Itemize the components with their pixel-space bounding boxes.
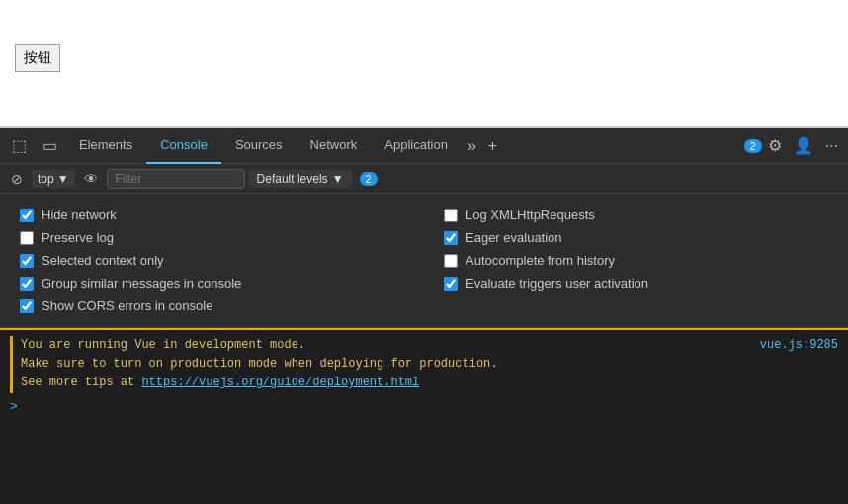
clear-console-button[interactable]: ⊘ xyxy=(6,169,28,189)
log-xhr-row: Log XMLHttpRequests xyxy=(444,208,828,222)
filter-input[interactable] xyxy=(107,169,245,189)
settings-col1: Hide network Preserve log Selected conte… xyxy=(20,208,404,313)
console-errors-badge: 2 xyxy=(360,172,378,186)
browser-viewport: 按钮 xyxy=(0,0,848,128)
devtools-panel: ⬚ ▭ Elements Console Sources Network App… xyxy=(0,128,848,504)
hide-network-row: Hide network xyxy=(20,208,404,222)
console-toolbar: ⊘ top ▼ 👁 Default levels ▼ 2 xyxy=(0,164,848,194)
preserve-log-row: Preserve log xyxy=(20,230,404,245)
preserve-log-label: Preserve log xyxy=(42,230,114,245)
context-arrow-icon: ▼ xyxy=(57,172,69,186)
settings-icon[interactable]: ⚙ xyxy=(762,136,788,155)
tabs-bar: ⬚ ▭ Elements Console Sources Network App… xyxy=(0,128,848,164)
more-options-icon[interactable]: ··· xyxy=(819,137,844,155)
errors-badge: 2 xyxy=(744,139,762,153)
add-tab-icon[interactable]: + xyxy=(482,137,503,155)
group-similar-row: Group similar messages in console xyxy=(20,276,404,291)
hide-network-label: Hide network xyxy=(42,208,117,222)
eager-eval-row: Eager evaluation xyxy=(444,230,828,245)
console-line3: See more tips at https://vuejs.org/guide… xyxy=(21,374,838,392)
settings-panel: Hide network Preserve log Selected conte… xyxy=(0,194,848,328)
levels-arrow-icon: ▼ xyxy=(332,172,344,186)
tab-elements[interactable]: Elements xyxy=(65,128,146,164)
eager-eval-checkbox[interactable] xyxy=(444,231,458,245)
selected-context-checkbox[interactable] xyxy=(20,254,34,268)
log-xhr-label: Log XMLHttpRequests xyxy=(466,208,595,222)
eager-eval-label: Eager evaluation xyxy=(466,230,562,245)
levels-label: Default levels xyxy=(257,172,328,186)
group-similar-checkbox[interactable] xyxy=(20,277,34,291)
tab-sources[interactable]: Sources xyxy=(221,128,297,164)
console-line3-prefix: See more tips at xyxy=(21,376,141,389)
cors-errors-row: Show CORS errors in console xyxy=(20,298,404,313)
cors-errors-checkbox[interactable] xyxy=(20,299,34,313)
more-tabs-icon[interactable]: » xyxy=(462,137,482,155)
context-label: top xyxy=(38,172,54,186)
cn-button[interactable]: 按钮 xyxy=(15,44,60,72)
preserve-log-checkbox[interactable] xyxy=(20,231,34,245)
log-levels-button[interactable]: Default levels ▼ xyxy=(249,170,352,188)
autocomplete-checkbox[interactable] xyxy=(444,254,458,268)
group-similar-label: Group similar messages in console xyxy=(42,276,241,291)
tab-network[interactable]: Network xyxy=(297,128,372,164)
console-output: vue.js:9285 You are running Vue in devel… xyxy=(0,328,848,504)
device-icon[interactable]: ▭ xyxy=(35,136,65,155)
console-line2: Make sure to turn on production mode whe… xyxy=(21,355,838,374)
cors-errors-label: Show CORS errors in console xyxy=(42,298,212,313)
eval-triggers-row: Evaluate triggers user activation xyxy=(444,276,828,291)
tab-console[interactable]: Console xyxy=(146,128,221,164)
profile-icon[interactable]: 👤 xyxy=(788,136,819,155)
console-prompt[interactable]: > xyxy=(10,399,838,414)
selected-context-row: Selected context only xyxy=(20,253,404,268)
watch-expressions-icon[interactable]: 👁 xyxy=(79,169,103,189)
autocomplete-row: Autocomplete from history xyxy=(444,253,828,268)
context-select[interactable]: top ▼ xyxy=(32,170,75,188)
eval-triggers-checkbox[interactable] xyxy=(444,277,458,291)
tab-application[interactable]: Application xyxy=(371,128,462,164)
deployment-link[interactable]: https://vuejs.org/guide/deployment.html xyxy=(141,376,419,389)
vue-source-link[interactable]: vue.js:9285 xyxy=(760,336,838,355)
autocomplete-label: Autocomplete from history xyxy=(466,253,615,268)
selected-context-label: Selected context only xyxy=(42,253,164,268)
console-line1: You are running Vue in development mode. xyxy=(21,336,838,355)
settings-col2: Log XMLHttpRequests Eager evaluation Aut… xyxy=(444,208,828,313)
inspect-icon[interactable]: ⬚ xyxy=(4,136,35,155)
log-xhr-checkbox[interactable] xyxy=(444,209,458,222)
hide-network-checkbox[interactable] xyxy=(20,209,34,222)
eval-triggers-label: Evaluate triggers user activation xyxy=(466,276,648,291)
console-warning-message: vue.js:9285 You are running Vue in devel… xyxy=(10,336,838,393)
